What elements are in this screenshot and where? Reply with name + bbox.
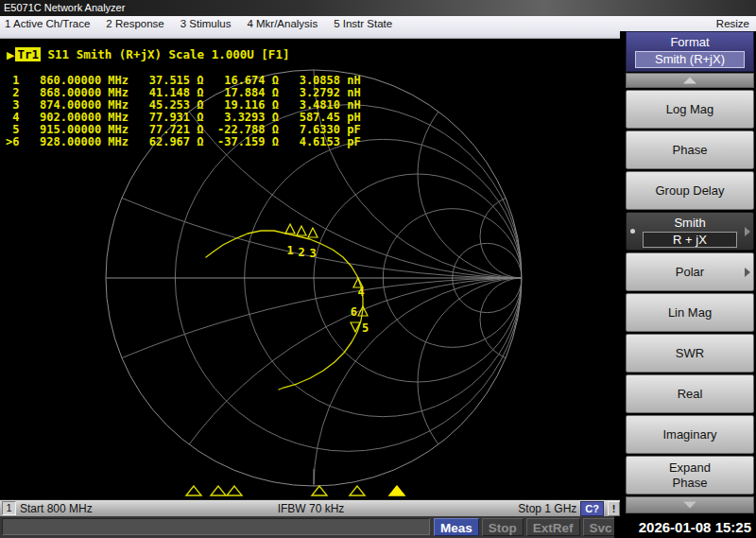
window-title: E5071C Network Analyzer [4,2,125,13]
svg-text:4: 4 [357,286,364,299]
chart-marker-1: 1 [285,224,295,257]
message-panel [2,518,430,535]
svg-text:2: 2 [298,246,304,259]
active-trace-arrow-icon: ▶ [7,49,14,61]
chart-marker-2: 2 [297,226,306,259]
status-badge-meas: Meas [434,518,479,536]
chart-marker-3: 3 [308,228,318,260]
menu-item[interactable]: 3 Stimulus [180,18,232,29]
softkey-label: SWR [676,346,704,361]
triangle-down-icon [683,502,696,509]
menu-item[interactable]: 2 Response [106,18,163,29]
marker-table: 1 860.00000 MHz 37.515 Ω 16.674 Ω 3.0858… [6,75,361,148]
softkey-label: Group Delay [656,183,725,199]
stimulus-marker [312,486,327,495]
scroll-up-button[interactable] [626,73,754,88]
stimulus-status-bar: 1 Start 800 MHz IFBW 70 kHz Stop 1 GHz C… [0,499,622,516]
submenu-arrow-icon [745,227,750,236]
stimulus-marker [211,486,226,495]
chart-marker-6: 6 [351,305,368,319]
softkey-label: Expand Phase [669,460,711,491]
title-bar: E5071C Network Analyzer [0,0,756,16]
softkey-label: Imaginary [662,427,716,443]
triangle-up-icon [683,78,696,84]
trace-header: ▶Tr1 S11 Smith (R+jX) Scale 1.000U [F1] [7,47,289,61]
menu-item[interactable]: 4 Mkr/Analysis [247,18,318,29]
s11-trace [206,231,363,390]
svg-text:6: 6 [351,305,357,319]
status-badge-extref: ExtRef [526,518,580,536]
softkey-sidebar: Format Smith (R+jX) Log MagPhaseGroup De… [620,31,756,516]
softkey-real[interactable]: Real [626,374,754,413]
svg-text:3: 3 [309,247,316,260]
softkey-polar[interactable]: Polar [626,252,754,291]
selected-dot-icon [630,229,635,234]
menu-items: 1 Active Ch/Trace2 Response3 Stimulus4 M… [5,18,392,29]
softkey-swr[interactable]: SWR [626,334,754,373]
softkey-phase[interactable]: Phase [626,130,754,169]
stimulus-marker-active [389,486,404,495]
resize-button[interactable]: Resize [716,18,749,29]
stimulus-marker [350,486,365,495]
softkey-label: Real [678,387,703,402]
softkey-expand-phase[interactable]: Expand Phase [626,456,754,495]
datetime-label: 2026-01-08 15:25 [614,516,756,538]
softkey-label: Lin Mag [668,305,712,321]
instrument-status-bar: MeasStopExtRefSvc 2026-01-08 15:25 [0,516,756,538]
trace-title: S11 Smith (R+jX) Scale 1.000U [F1] [41,47,289,61]
status-badges: MeasStopExtRefSvc [434,518,619,536]
softkey-menu-title: Format [627,35,753,49]
softkey-menu-header: Format Smith (R+jX) [626,31,754,72]
softkey-lin-mag[interactable]: Lin Mag [626,293,754,332]
submenu-arrow-icon [745,268,750,277]
softkey-log-mag[interactable]: Log Mag [626,90,754,129]
softkey-label: Polar [676,265,704,280]
softkey-label: Log Mag [666,102,714,117]
stimulus-marker [227,486,242,495]
menu-item[interactable]: 1 Active Ch/Trace [5,18,90,29]
status-badge-svc: Svc [583,518,619,536]
softkey-group-delay[interactable]: Group Delay [626,171,754,210]
status-badge-stop: Stop [482,518,524,536]
marker-row: >6 928.00000 MHz 62.967 Ω -37.159 Ω 4.61… [6,136,361,148]
scroll-down-button[interactable] [626,496,754,513]
trace-badge: Tr1 [15,47,41,61]
softkey-smith[interactable]: SmithR + jX [626,212,754,251]
softkey-value: R + jX [643,232,737,248]
chart-marker-5: 5 [351,321,369,335]
svg-text:1: 1 [286,244,293,257]
stimulus-marker [186,486,201,495]
menu-item[interactable]: 5 Instr State [334,18,392,29]
ifbw-label: IFBW 70 kHz [0,502,622,515]
softkey-menu-value: Smith (R+jX) [635,51,745,68]
svg-text:5: 5 [362,321,369,335]
softkey-imaginary[interactable]: Imaginary [626,415,754,454]
softkey-label: Smith [674,216,705,231]
app-window: E5071C Network Analyzer 1 Active Ch/Trac… [0,0,756,538]
softkey-label: Phase [673,143,708,158]
softkey-buttons: Log MagPhaseGroup DelaySmithR + jXPolarL… [626,90,754,495]
plot-area: 123465 ▶Tr1 S11 Smith (R+jX) Scale 1.000… [0,39,622,499]
